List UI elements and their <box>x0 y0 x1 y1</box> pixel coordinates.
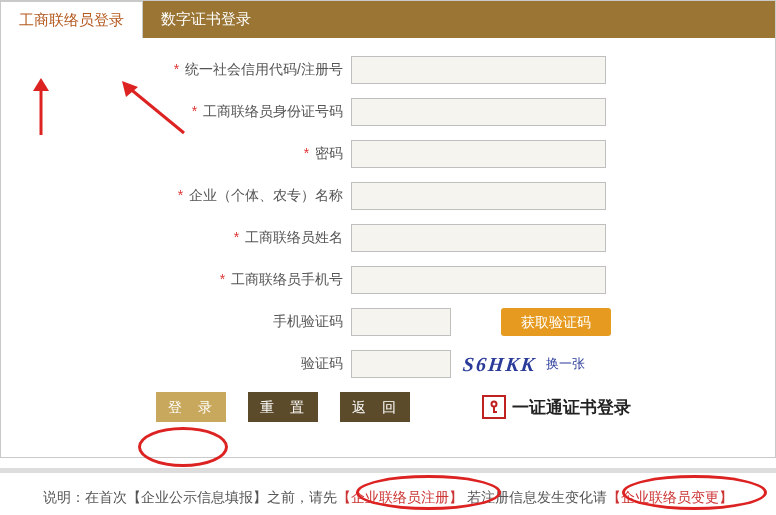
register-link[interactable]: 企业联络员注册 <box>351 489 449 505</box>
captcha-image: S6HKK <box>462 353 538 376</box>
input-credit-code[interactable] <box>351 56 606 84</box>
svg-point-0 <box>492 402 497 407</box>
cert-login-link[interactable]: 一证通证书登录 <box>482 395 631 419</box>
label-contact-name: * 工商联络员姓名 <box>1 229 351 247</box>
input-id-number[interactable] <box>351 98 606 126</box>
input-contact-name[interactable] <box>351 224 606 252</box>
get-code-button[interactable]: 获取验证码 <box>501 308 611 336</box>
cert-login-label: 一证通证书登录 <box>512 396 631 419</box>
label-contact-phone: * 工商联络员手机号 <box>1 271 351 289</box>
input-sms-code[interactable] <box>351 308 451 336</box>
input-contact-phone[interactable] <box>351 266 606 294</box>
footer-note: 说明：在首次【企业公示信息填报】之前，请先【企业联络员注册】 若注册信息发生变化… <box>0 468 776 507</box>
login-form: * 统一社会信用代码/注册号 * 工商联络员身份证号码 * 密码 * 企业（个体… <box>0 38 776 458</box>
svg-rect-2 <box>493 411 497 413</box>
label-password: * 密码 <box>1 145 351 163</box>
tab-cert-login[interactable]: 数字证书登录 <box>143 1 269 38</box>
back-button[interactable]: 返 回 <box>340 392 410 422</box>
input-org-name[interactable] <box>351 182 606 210</box>
cert-icon <box>482 395 506 419</box>
label-credit-code: * 统一社会信用代码/注册号 <box>1 61 351 79</box>
captcha-refresh-link[interactable]: 换一张 <box>546 355 585 373</box>
change-link[interactable]: 企业联络员变更 <box>621 489 719 505</box>
login-button[interactable]: 登 录 <box>156 392 226 422</box>
input-captcha[interactable] <box>351 350 451 378</box>
label-captcha: 验证码 <box>1 355 351 373</box>
tab-bar: 工商联络员登录 数字证书登录 <box>0 0 776 38</box>
reset-button[interactable]: 重 置 <box>248 392 318 422</box>
label-sms-code: 手机验证码 <box>1 313 351 331</box>
tab-contact-login[interactable]: 工商联络员登录 <box>1 0 143 38</box>
label-id-number: * 工商联络员身份证号码 <box>1 103 351 121</box>
label-org-name: * 企业（个体、农专）名称 <box>1 187 351 205</box>
input-password[interactable] <box>351 140 606 168</box>
